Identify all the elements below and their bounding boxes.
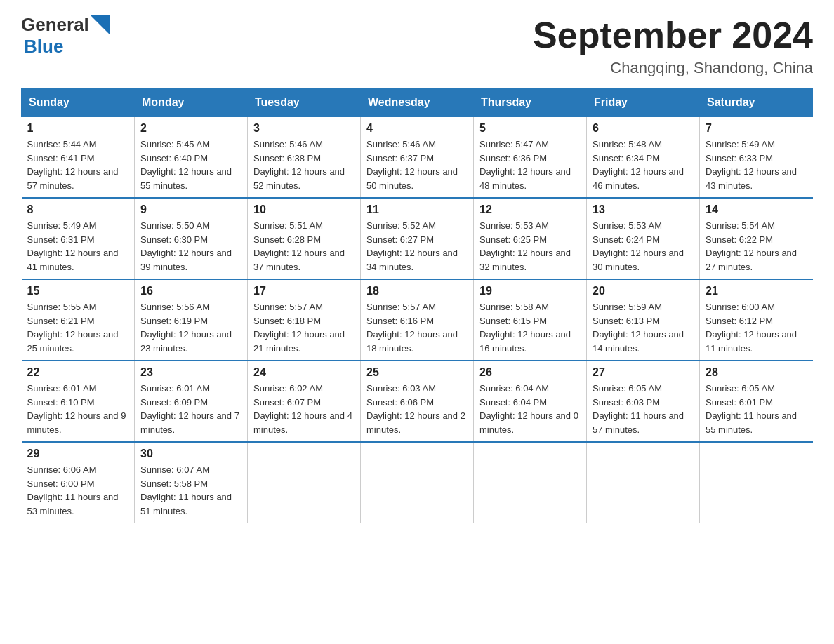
calendar-cell <box>361 442 474 523</box>
calendar-cell: 23Sunrise: 6:01 AMSunset: 6:09 PMDayligh… <box>135 361 248 442</box>
calendar-cell <box>700 442 813 523</box>
calendar-week-row: 15Sunrise: 5:55 AMSunset: 6:21 PMDayligh… <box>22 279 813 361</box>
calendar-cell: 11Sunrise: 5:52 AMSunset: 6:27 PMDayligh… <box>361 198 474 279</box>
day-number: 24 <box>253 366 355 379</box>
day-number: 18 <box>366 285 468 297</box>
day-info: Sunrise: 5:55 AMSunset: 6:21 PMDaylight:… <box>27 300 129 355</box>
day-info: Sunrise: 5:46 AMSunset: 6:38 PMDaylight:… <box>253 137 355 192</box>
month-title: September 2024 <box>533 14 813 56</box>
day-info: Sunrise: 5:47 AMSunset: 6:36 PMDaylight:… <box>479 137 581 192</box>
day-info: Sunrise: 5:53 AMSunset: 6:24 PMDaylight:… <box>593 219 694 274</box>
day-info: Sunrise: 5:44 AMSunset: 6:41 PMDaylight:… <box>27 137 129 192</box>
day-number: 7 <box>706 122 807 135</box>
day-info: Sunrise: 5:59 AMSunset: 6:13 PMDaylight:… <box>593 300 694 355</box>
day-info: Sunrise: 5:50 AMSunset: 6:30 PMDaylight:… <box>140 219 241 274</box>
column-header-wednesday: Wednesday <box>361 89 474 117</box>
day-info: Sunrise: 5:53 AMSunset: 6:25 PMDaylight:… <box>479 219 581 274</box>
day-info: Sunrise: 6:05 AMSunset: 6:01 PMDaylight:… <box>706 382 807 436</box>
calendar-cell: 24Sunrise: 6:02 AMSunset: 6:07 PMDayligh… <box>248 361 361 442</box>
day-info: Sunrise: 6:07 AMSunset: 5:58 PMDaylight:… <box>140 463 241 518</box>
day-info: Sunrise: 5:49 AMSunset: 6:31 PMDaylight:… <box>27 219 129 274</box>
calendar-cell: 4Sunrise: 5:46 AMSunset: 6:37 PMDaylight… <box>361 116 474 198</box>
day-info: Sunrise: 6:04 AMSunset: 6:04 PMDaylight:… <box>479 382 581 436</box>
day-info: Sunrise: 5:46 AMSunset: 6:37 PMDaylight:… <box>366 137 468 192</box>
day-info: Sunrise: 6:03 AMSunset: 6:06 PMDaylight:… <box>366 382 468 436</box>
day-info: Sunrise: 5:49 AMSunset: 6:33 PMDaylight:… <box>706 137 807 192</box>
day-number: 20 <box>593 285 694 297</box>
calendar-week-row: 1Sunrise: 5:44 AMSunset: 6:41 PMDaylight… <box>22 116 813 198</box>
day-number: 11 <box>366 203 468 216</box>
day-info: Sunrise: 5:45 AMSunset: 6:40 PMDaylight:… <box>140 137 241 192</box>
day-info: Sunrise: 5:58 AMSunset: 6:15 PMDaylight:… <box>479 300 581 355</box>
page-header: General Blue September 2024 Changqing, S… <box>21 14 813 77</box>
calendar-cell: 20Sunrise: 5:59 AMSunset: 6:13 PMDayligh… <box>587 279 700 361</box>
day-info: Sunrise: 5:48 AMSunset: 6:34 PMDaylight:… <box>593 137 694 192</box>
day-number: 2 <box>140 122 241 135</box>
calendar-cell: 25Sunrise: 6:03 AMSunset: 6:06 PMDayligh… <box>361 361 474 442</box>
day-info: Sunrise: 5:57 AMSunset: 6:16 PMDaylight:… <box>366 300 468 355</box>
calendar-cell: 19Sunrise: 5:58 AMSunset: 6:15 PMDayligh… <box>474 279 587 361</box>
day-number: 30 <box>140 448 241 460</box>
calendar-cell: 13Sunrise: 5:53 AMSunset: 6:24 PMDayligh… <box>587 198 700 279</box>
day-number: 26 <box>479 366 581 379</box>
title-area: September 2024 Changqing, Shandong, Chin… <box>533 14 813 77</box>
calendar-cell <box>248 442 361 523</box>
day-info: Sunrise: 5:57 AMSunset: 6:18 PMDaylight:… <box>253 300 355 355</box>
day-number: 3 <box>253 122 355 135</box>
day-number: 9 <box>140 203 241 216</box>
calendar-header: SundayMondayTuesdayWednesdayThursdayFrid… <box>22 89 813 117</box>
day-number: 22 <box>27 366 129 379</box>
day-info: Sunrise: 6:06 AMSunset: 6:00 PMDaylight:… <box>27 463 129 518</box>
calendar-body: 1Sunrise: 5:44 AMSunset: 6:41 PMDaylight… <box>22 116 813 523</box>
calendar-cell: 28Sunrise: 6:05 AMSunset: 6:01 PMDayligh… <box>700 361 813 442</box>
calendar-cell: 30Sunrise: 6:07 AMSunset: 5:58 PMDayligh… <box>135 442 248 523</box>
calendar-week-row: 22Sunrise: 6:01 AMSunset: 6:10 PMDayligh… <box>22 361 813 442</box>
calendar-cell: 3Sunrise: 5:46 AMSunset: 6:38 PMDaylight… <box>248 116 361 198</box>
calendar-week-row: 29Sunrise: 6:06 AMSunset: 6:00 PMDayligh… <box>22 442 813 523</box>
calendar-cell: 18Sunrise: 5:57 AMSunset: 6:16 PMDayligh… <box>361 279 474 361</box>
day-number: 19 <box>479 285 581 297</box>
calendar-cell: 5Sunrise: 5:47 AMSunset: 6:36 PMDaylight… <box>474 116 587 198</box>
day-info: Sunrise: 6:01 AMSunset: 6:10 PMDaylight:… <box>27 382 129 436</box>
day-number: 12 <box>479 203 581 216</box>
logo-triangle-icon <box>91 15 110 35</box>
day-number: 14 <box>706 203 807 216</box>
calendar-cell: 8Sunrise: 5:49 AMSunset: 6:31 PMDaylight… <box>22 198 135 279</box>
logo-blue-text: Blue <box>24 36 63 58</box>
calendar-cell: 6Sunrise: 5:48 AMSunset: 6:34 PMDaylight… <box>587 116 700 198</box>
calendar-cell: 15Sunrise: 5:55 AMSunset: 6:21 PMDayligh… <box>22 279 135 361</box>
column-header-thursday: Thursday <box>474 89 587 117</box>
day-info: Sunrise: 5:56 AMSunset: 6:19 PMDaylight:… <box>140 300 241 355</box>
location-title: Changqing, Shandong, China <box>533 59 813 77</box>
calendar-cell: 22Sunrise: 6:01 AMSunset: 6:10 PMDayligh… <box>22 361 135 442</box>
calendar-cell: 10Sunrise: 5:51 AMSunset: 6:28 PMDayligh… <box>248 198 361 279</box>
day-number: 6 <box>593 122 694 135</box>
day-number: 1 <box>27 122 129 135</box>
logo: General Blue <box>21 14 110 58</box>
calendar-cell: 12Sunrise: 5:53 AMSunset: 6:25 PMDayligh… <box>474 198 587 279</box>
day-info: Sunrise: 5:51 AMSunset: 6:28 PMDaylight:… <box>253 219 355 274</box>
calendar-cell: 27Sunrise: 6:05 AMSunset: 6:03 PMDayligh… <box>587 361 700 442</box>
day-number: 23 <box>140 366 241 379</box>
day-number: 16 <box>140 285 241 297</box>
calendar-cell: 26Sunrise: 6:04 AMSunset: 6:04 PMDayligh… <box>474 361 587 442</box>
day-info: Sunrise: 6:01 AMSunset: 6:09 PMDaylight:… <box>140 382 241 436</box>
calendar-cell: 21Sunrise: 6:00 AMSunset: 6:12 PMDayligh… <box>700 279 813 361</box>
calendar-cell: 1Sunrise: 5:44 AMSunset: 6:41 PMDaylight… <box>22 116 135 198</box>
day-number: 25 <box>366 366 468 379</box>
calendar-cell <box>474 442 587 523</box>
calendar-cell <box>587 442 700 523</box>
day-info: Sunrise: 6:05 AMSunset: 6:03 PMDaylight:… <box>593 382 694 436</box>
day-number: 17 <box>253 285 355 297</box>
column-header-friday: Friday <box>587 89 700 117</box>
column-header-saturday: Saturday <box>700 89 813 117</box>
day-number: 5 <box>479 122 581 135</box>
calendar-table: SundayMondayTuesdayWednesdayThursdayFrid… <box>21 88 813 523</box>
day-number: 29 <box>27 448 129 460</box>
day-number: 21 <box>706 285 807 297</box>
day-info: Sunrise: 6:00 AMSunset: 6:12 PMDaylight:… <box>706 300 807 355</box>
calendar-cell: 7Sunrise: 5:49 AMSunset: 6:33 PMDaylight… <box>700 116 813 198</box>
calendar-cell: 2Sunrise: 5:45 AMSunset: 6:40 PMDaylight… <box>135 116 248 198</box>
calendar-week-row: 8Sunrise: 5:49 AMSunset: 6:31 PMDaylight… <box>22 198 813 279</box>
calendar-cell: 14Sunrise: 5:54 AMSunset: 6:22 PMDayligh… <box>700 198 813 279</box>
